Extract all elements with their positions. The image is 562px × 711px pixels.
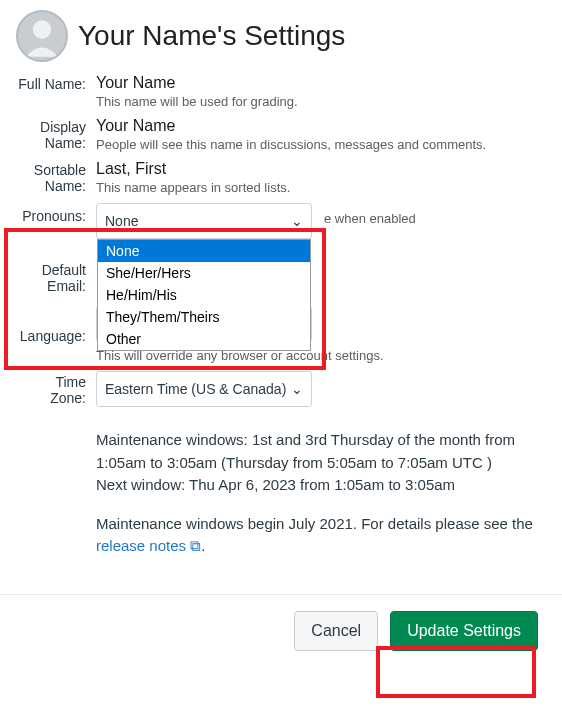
pronouns-label: Pronouns: [16,206,96,224]
pronouns-option-other[interactable]: Other [98,328,310,350]
maintenance-line1: Maintenance windows: 1st and 3rd Thursda… [96,431,515,471]
time-zone-select[interactable]: Eastern Time (US & Canada) ( ⌄ [96,371,312,407]
pronouns-select[interactable]: None ⌄ [96,203,312,239]
display-name-label: Display Name: [16,117,96,151]
pronouns-option-she[interactable]: She/Her/Hers [98,262,310,284]
full-name-hint: This name will be used for grading. [96,94,546,109]
chevron-down-icon: ⌄ [291,213,303,229]
pronouns-hint-partial: e when enabled [324,211,546,226]
pronouns-dropdown: None She/Her/Hers He/Him/His They/Them/T… [97,239,311,351]
sortable-name-label: Sortable Name: [16,160,96,194]
time-zone-selected: Eastern Time (US & Canada) ( [105,381,291,397]
time-zone-label: Time Zone: [16,372,96,406]
maintenance-line3: Maintenance windows begin July 2021. For… [96,515,533,532]
chevron-down-icon: ⌄ [291,381,303,397]
sortable-name-hint: This name appears in sorted lists. [96,180,546,195]
avatar[interactable] [16,10,68,62]
full-name-label: Full Name: [16,74,96,92]
pronouns-selected: None [105,213,138,229]
display-name-value: Your Name [96,117,546,135]
full-name-value: Your Name [96,74,546,92]
default-email-label: Default Email: [16,260,96,294]
display-name-hint: People will see this name in discussions… [96,137,546,152]
person-icon [19,13,65,59]
pronouns-option-none[interactable]: None [98,240,310,262]
sortable-name-value: Last, First [96,160,546,178]
release-notes-link[interactable]: release notes ⧉ [96,537,201,554]
cancel-button[interactable]: Cancel [294,611,378,651]
divider [0,594,562,595]
maintenance-line2: Next window: Thu Apr 6, 2023 from 1:05am… [96,476,455,493]
update-settings-button[interactable]: Update Settings [390,611,538,651]
pronouns-option-they[interactable]: They/Them/Theirs [98,306,310,328]
page-title: Your Name's Settings [78,20,345,52]
pronouns-option-he[interactable]: He/Him/His [98,284,310,306]
language-label: Language: [16,326,96,344]
external-link-icon: ⧉ [190,537,201,554]
svg-point-0 [33,20,51,38]
